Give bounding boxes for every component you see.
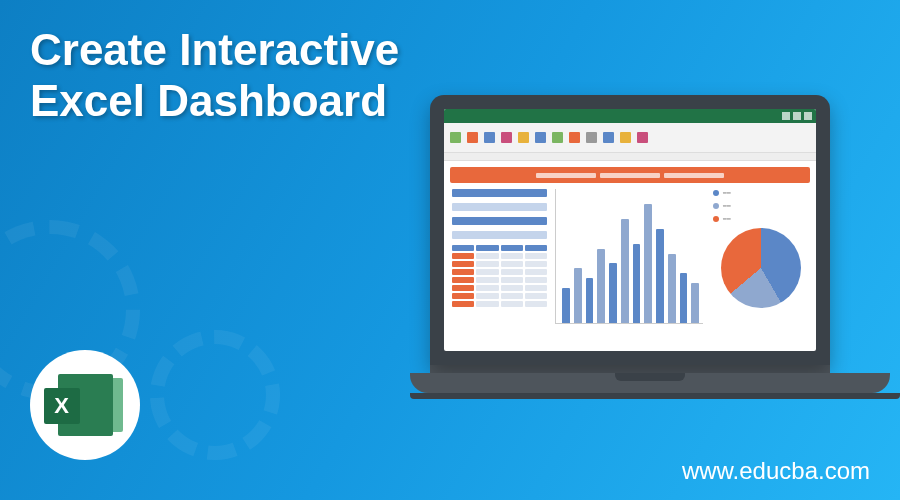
table-cell [476,301,498,307]
table-cell [525,293,547,299]
table-cell [476,277,498,283]
formula-bar [444,153,816,161]
title-line-2: Excel Dashboard [30,76,399,127]
chart-bar [621,219,629,323]
excel-book-icon: X [58,374,113,436]
table-cell [525,269,547,275]
header-segment [600,173,660,178]
table-cell [452,301,474,307]
table-cell [452,253,474,259]
table-cell [452,277,474,283]
table-cell [452,245,474,251]
chart-bar [668,254,676,323]
header-segment [664,173,724,178]
table-cell [476,245,498,251]
ribbon-icon [552,132,563,143]
table-cell [525,301,547,307]
table-cell [525,245,547,251]
table-cell [476,269,498,275]
maximize-icon [793,112,801,120]
pie-chart [721,228,801,308]
ribbon-icon [450,132,461,143]
table-cell [501,285,523,291]
title-line-1: Create Interactive [30,25,399,76]
table-cell [525,285,547,291]
chart-bar [691,283,699,323]
table-cell [476,293,498,299]
table-cell [501,301,523,307]
chart-bar [562,288,570,323]
ribbon-icon [467,132,478,143]
table-cell [501,293,523,299]
table-cell [501,269,523,275]
dashboard-header-bar [450,167,810,183]
laptop-screen-frame: ━━ ━━ ━━ [430,95,830,365]
minimize-icon [782,112,790,120]
legend-item: ━━ [713,189,808,196]
table-cell [525,253,547,259]
table-cell [501,277,523,283]
table-cell [525,261,547,267]
chart-bar [609,263,617,323]
legend-item: ━━ [713,202,808,209]
legend-dot-icon [713,190,719,196]
ribbon-icon [535,132,546,143]
excel-x-icon: X [44,388,80,424]
chart-bar [656,229,664,323]
nav-item [452,189,547,197]
excel-window: ━━ ━━ ━━ [444,109,816,351]
table-cell [525,277,547,283]
chart-bar [680,273,688,323]
nav-item [452,217,547,225]
table-cell [501,261,523,267]
pie-chart-panel: ━━ ━━ ━━ [713,189,808,343]
dashboard-sidebar [452,189,547,343]
table-cell [476,253,498,259]
chart-bar [574,268,582,323]
ribbon-icon [501,132,512,143]
laptop-base [410,373,890,393]
gear-decoration [150,330,280,460]
dashboard-content: ━━ ━━ ━━ [444,189,816,351]
laptop-illustration: ━━ ━━ ━━ [410,95,850,399]
excel-logo: X [30,350,140,460]
legend-dot-icon [713,203,719,209]
chart-bar [586,278,594,323]
window-titlebar [444,109,816,123]
table-cell [452,285,474,291]
legend-dot-icon [713,216,719,222]
ribbon-icon [620,132,631,143]
chart-bar [597,249,605,323]
ribbon-icon [484,132,495,143]
table-cell [476,285,498,291]
page-title: Create Interactive Excel Dashboard [30,25,399,126]
dashboard-charts: ━━ ━━ ━━ [555,189,808,343]
table-cell [501,245,523,251]
website-url: www.educba.com [682,457,870,485]
close-icon [804,112,812,120]
laptop-hinge [430,365,830,373]
legend-item: ━━ [713,215,808,222]
table-cell [501,253,523,259]
ribbon-icon [603,132,614,143]
table-cell [452,261,474,267]
table-cell [452,269,474,275]
header-segment [536,173,596,178]
ribbon-icon [569,132,580,143]
laptop-foot [410,393,900,399]
nav-item [452,203,547,211]
ribbon-icon [586,132,597,143]
table-cell [452,293,474,299]
bar-chart [555,189,703,324]
data-table [452,245,547,307]
ribbon-icon [637,132,648,143]
ribbon-toolbar [444,123,816,153]
chart-bar [633,244,641,323]
ribbon-icon [518,132,529,143]
nav-item [452,231,547,239]
table-cell [476,261,498,267]
chart-bar [644,204,652,323]
